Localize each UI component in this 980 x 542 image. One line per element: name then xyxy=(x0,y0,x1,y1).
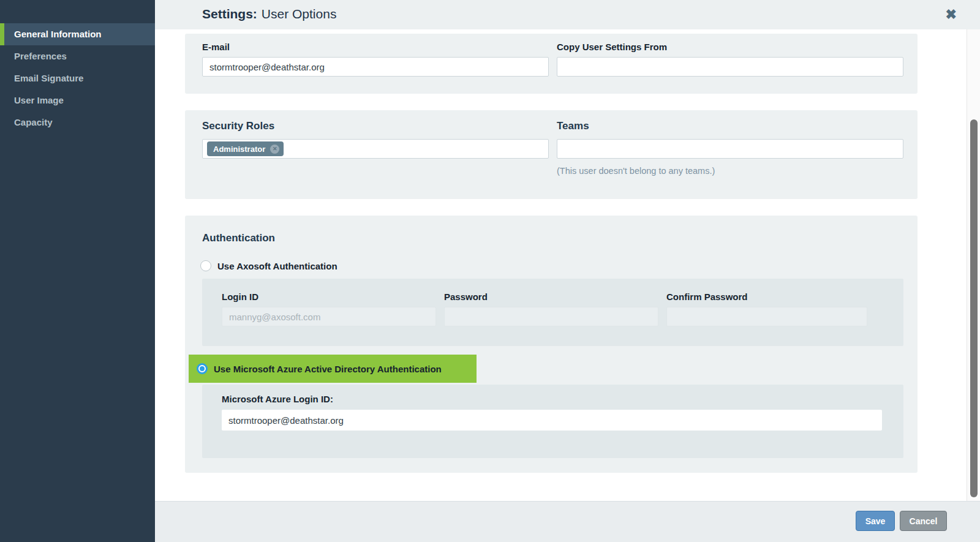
copy-user-settings-input[interactable] xyxy=(557,57,903,77)
authentication-section: Authentication Use Axosoft Authenticatio… xyxy=(185,216,918,473)
sidebar-item-general-information[interactable]: General Information xyxy=(0,23,155,45)
sidebar-item-label: Preferences xyxy=(14,51,67,61)
axosoft-auth-option[interactable]: Use Axosoft Authentication xyxy=(200,260,337,271)
sidebar: General Information Preferences Email Si… xyxy=(0,0,155,542)
dialog-footer: Save Cancel xyxy=(155,501,980,542)
sidebar-item-label: Email Signature xyxy=(14,73,83,83)
teams-label: Teams xyxy=(557,120,903,132)
tag-label: Administrator xyxy=(213,145,265,154)
cancel-button[interactable]: Cancel xyxy=(900,511,947,531)
azure-radio-label: Use Microsoft Azure Active Directory Aut… xyxy=(214,364,442,374)
azure-login-id-label: Microsoft Azure Login ID: xyxy=(222,394,903,404)
login-id-input[interactable] xyxy=(222,307,436,326)
password-label: Password xyxy=(444,292,658,302)
page-title: Settings:User Options xyxy=(202,7,336,21)
azure-login-id-input[interactable] xyxy=(222,410,882,431)
scrollbar-track[interactable] xyxy=(967,29,980,501)
sidebar-item-label: General Information xyxy=(14,29,102,39)
azure-radio[interactable] xyxy=(197,363,208,374)
teams-input[interactable] xyxy=(557,139,903,159)
email-label: E-mail xyxy=(202,42,549,52)
security-roles-label: Security Roles xyxy=(202,120,549,132)
tag-remove-icon[interactable]: ✕ xyxy=(270,145,279,154)
axosoft-radio-label: Use Axosoft Authentication xyxy=(217,261,337,271)
sidebar-item-email-signature[interactable]: Email Signature xyxy=(0,67,155,89)
close-icon[interactable]: ✖ xyxy=(946,6,957,23)
dialog-content: E-mail Copy User Settings From Security … xyxy=(155,29,980,501)
page-title-text: User Options xyxy=(262,7,337,21)
roles-teams-section: Security Roles Administrator ✕ Teams (Th… xyxy=(185,110,918,199)
email-section: E-mail Copy User Settings From xyxy=(185,34,918,94)
settings-dialog: General Information Preferences Email Si… xyxy=(0,0,980,542)
administrator-tag: Administrator ✕ xyxy=(207,141,284,156)
sidebar-nav: General Information Preferences Email Si… xyxy=(0,0,155,134)
sidebar-item-capacity[interactable]: Capacity xyxy=(0,111,155,134)
authentication-label: Authentication xyxy=(202,232,275,244)
main-panel: Settings:User Options ✖ E-mail Copy User… xyxy=(155,0,980,542)
axosoft-radio[interactable] xyxy=(200,260,211,271)
confirm-password-label: Confirm Password xyxy=(666,292,867,302)
dialog-header: Settings:User Options ✖ xyxy=(155,0,980,29)
axosoft-credentials-panel: Login ID Password Confirm Password xyxy=(202,279,903,346)
active-indicator xyxy=(0,23,4,45)
azure-credentials-panel: Microsoft Azure Login ID: xyxy=(202,385,903,458)
sidebar-item-preferences[interactable]: Preferences xyxy=(0,45,155,67)
confirm-password-input[interactable] xyxy=(666,307,867,326)
sidebar-item-label: User Image xyxy=(14,95,64,105)
security-roles-input[interactable]: Administrator ✕ xyxy=(202,139,549,159)
scrollbar-thumb[interactable] xyxy=(970,119,978,497)
teams-note: (This user doesn't belong to any teams.) xyxy=(557,166,903,176)
azure-highlight[interactable]: Use Microsoft Azure Active Directory Aut… xyxy=(189,355,477,383)
email-input[interactable] xyxy=(202,57,549,77)
sidebar-item-label: Capacity xyxy=(14,117,53,127)
page-title-prefix: Settings: xyxy=(202,7,257,21)
save-button[interactable]: Save xyxy=(856,511,895,531)
password-input[interactable] xyxy=(444,307,658,326)
sidebar-item-user-image[interactable]: User Image xyxy=(0,89,155,111)
copy-user-settings-label: Copy User Settings From xyxy=(557,42,903,52)
login-id-label: Login ID xyxy=(222,292,436,302)
